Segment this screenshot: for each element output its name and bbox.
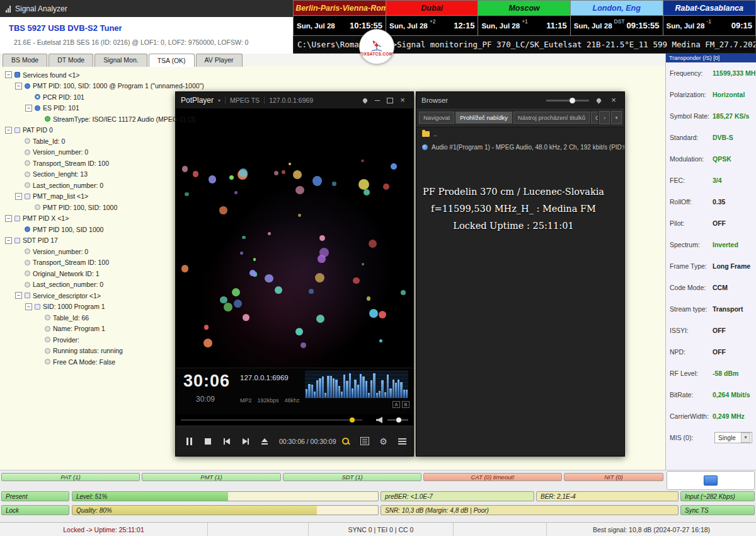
audio-icon bbox=[422, 144, 428, 150]
tree-item[interactable]: Table_Id: 66 bbox=[3, 312, 174, 323]
tree-item[interactable]: Provider: bbox=[3, 334, 174, 346]
tree-item-label: PMT PID X <1> bbox=[23, 214, 69, 222]
volume-handle[interactable] bbox=[396, 417, 401, 422]
statusbar-spacer-2 bbox=[454, 523, 547, 536]
tree-item-icon bbox=[25, 260, 30, 265]
statusbar-lock-uptime: Locked -> Uptime: 25:11:01 bbox=[0, 523, 208, 536]
playlist-button[interactable] bbox=[355, 427, 374, 456]
tree-item[interactable]: PMT PID: 100, SID: 1000 @ Program 1 ("un… bbox=[3, 81, 174, 92]
tree-item[interactable]: Section_lenght: 13 bbox=[3, 169, 174, 180]
seek-bar[interactable] bbox=[181, 419, 362, 421]
close-button[interactable] bbox=[608, 95, 619, 105]
open-button[interactable] bbox=[255, 427, 274, 456]
tree-item[interactable]: PMT PID 100, SID 1000 bbox=[3, 224, 174, 235]
psi-bar: CAT (0) timeout! bbox=[423, 473, 562, 481]
tree-expander-icon[interactable] bbox=[5, 237, 12, 244]
audio-spectrum bbox=[305, 371, 408, 399]
seek-handle[interactable] bbox=[350, 417, 355, 422]
tree-item-icon bbox=[25, 293, 30, 298]
tree-item[interactable]: Running status: running bbox=[3, 346, 174, 357]
settings-button[interactable] bbox=[374, 427, 393, 456]
parameter-row: Stream type: Transport bbox=[666, 298, 756, 320]
tree-item[interactable]: Table_Id: 0 bbox=[3, 136, 174, 147]
visualization[interactable] bbox=[176, 108, 413, 368]
tree-item[interactable]: Last_section_number: 0 bbox=[3, 180, 174, 191]
potplayer-menu[interactable]: PotPlayer bbox=[181, 96, 214, 105]
ts-indicator-box[interactable] bbox=[667, 471, 755, 490]
mode-tab[interactable]: BS Mode bbox=[3, 54, 47, 67]
browser-titlebar[interactable]: Browser bbox=[416, 92, 624, 108]
tree-expander-icon[interactable] bbox=[15, 193, 22, 200]
tree-item[interactable]: Name: Program 1 bbox=[3, 323, 174, 335]
tree-item[interactable]: Transport_Stream ID: 100 bbox=[3, 257, 174, 269]
browser-volume-slider[interactable] bbox=[546, 100, 589, 102]
tree-item[interactable]: ES PID: 101 bbox=[3, 103, 174, 114]
tree-expander-icon[interactable] bbox=[25, 105, 32, 112]
tree-item[interactable]: PCR PID: 101 bbox=[3, 91, 174, 103]
ab-repeat-button[interactable]: A bbox=[392, 401, 400, 408]
browser-tab[interactable]: Online bbox=[591, 112, 598, 124]
speaker-icon[interactable] bbox=[376, 417, 382, 423]
tree-item-icon bbox=[25, 226, 30, 232]
parent-directory-row[interactable]: .. bbox=[416, 127, 624, 141]
next-button[interactable] bbox=[236, 427, 255, 456]
tree-item[interactable]: PAT PID 0 bbox=[3, 125, 174, 136]
tree-expander-icon[interactable] bbox=[5, 71, 12, 78]
tree-item[interactable]: Version_number: 0 bbox=[3, 246, 174, 257]
ab-repeat-button[interactable]: B bbox=[402, 401, 410, 408]
tree-item-icon bbox=[14, 127, 20, 133]
tree-item[interactable]: Last_section_number: 0 bbox=[3, 279, 174, 291]
stop-button[interactable] bbox=[198, 427, 217, 456]
search-button[interactable] bbox=[336, 427, 355, 456]
menu-button[interactable] bbox=[393, 427, 412, 456]
tree-expander-icon[interactable] bbox=[15, 292, 22, 299]
tree-expander-icon[interactable] bbox=[15, 83, 22, 90]
browser-volume-handle[interactable] bbox=[570, 98, 575, 103]
tree-item[interactable]: Services found <1> bbox=[3, 69, 174, 81]
maximize-button[interactable] bbox=[384, 95, 396, 105]
tree-item[interactable]: Version_number: 0 bbox=[3, 147, 174, 158]
tree-expander-icon[interactable] bbox=[5, 215, 12, 222]
tree-expander-icon[interactable] bbox=[25, 303, 32, 310]
parameter-value: QPSK bbox=[713, 155, 731, 163]
tree-item-label: Original_Network ID: 1 bbox=[33, 270, 100, 277]
tree-item[interactable]: Free CA Mode: False bbox=[3, 356, 174, 368]
clock-time: 12:15 bbox=[454, 21, 474, 30]
tree-expander-icon[interactable] bbox=[5, 127, 12, 134]
more-tabs-button[interactable] bbox=[611, 111, 622, 124]
tree-item[interactable]: PMT_map_list <1> bbox=[3, 191, 174, 202]
divider bbox=[264, 96, 265, 104]
browser-tab[interactable]: Navigovat bbox=[419, 112, 454, 124]
audio-stream-row[interactable]: Audio #1(Program 1) - MPEG Audio, 48.0 k… bbox=[416, 141, 624, 154]
psi-table-bars: PAT (1) PMT (1) SDT (1) CAT (0) timeout!… bbox=[1, 473, 663, 481]
tree-item[interactable]: PMT PID X <1> bbox=[3, 213, 174, 224]
potplayer-titlebar[interactable]: PotPlayer MPEG TS 127.0.0.1:6969 bbox=[176, 92, 413, 108]
volume-slider[interactable] bbox=[387, 419, 408, 421]
close-button[interactable] bbox=[397, 95, 408, 105]
pin-button[interactable] bbox=[593, 95, 604, 105]
minimize-button[interactable] bbox=[372, 95, 383, 105]
browser-tab[interactable]: Prohlížeč nabídky bbox=[455, 112, 512, 124]
tree-item[interactable]: Transport_Stream ID: 100 bbox=[3, 158, 174, 169]
tree-item[interactable]: SID: 1000 Program 1 bbox=[3, 301, 174, 313]
pause-button[interactable] bbox=[180, 427, 198, 456]
mode-tab[interactable]: AV Player bbox=[196, 54, 243, 67]
scroll-right-button[interactable] bbox=[599, 111, 610, 124]
previous-button[interactable] bbox=[217, 427, 236, 456]
tree-item[interactable]: Service_descriptor <1> bbox=[3, 290, 174, 301]
mode-tab[interactable]: DT Mode bbox=[49, 54, 93, 67]
browser-tab[interactable]: Nástroj procházení titulků bbox=[513, 112, 590, 124]
world-clocks: Berlin-Paris-Vienna-Roma Sun, Jul 28 10:… bbox=[293, 0, 756, 36]
tree-item[interactable]: StreamType: ISO/IEC 11172 Audio (MPEG-1)… bbox=[3, 114, 174, 125]
tree-item-icon bbox=[35, 94, 40, 100]
mode-tab[interactable]: TSA (OK) bbox=[149, 54, 195, 67]
parameter-label: CarrierWidth: bbox=[670, 412, 710, 420]
tree-item[interactable]: PMT PID: 100, SID: 1000 bbox=[3, 202, 174, 213]
tree-item[interactable]: SDT PID 17 bbox=[3, 235, 174, 247]
tree-item[interactable]: Original_Network ID: 1 bbox=[3, 268, 174, 279]
mode-tab[interactable]: Signal Mon. bbox=[94, 54, 147, 67]
pin-button[interactable] bbox=[359, 95, 370, 105]
mis-select[interactable]: Single bbox=[714, 432, 752, 443]
clock-city-label: Moscow bbox=[508, 4, 539, 13]
chevron-down-icon bbox=[218, 98, 220, 103]
